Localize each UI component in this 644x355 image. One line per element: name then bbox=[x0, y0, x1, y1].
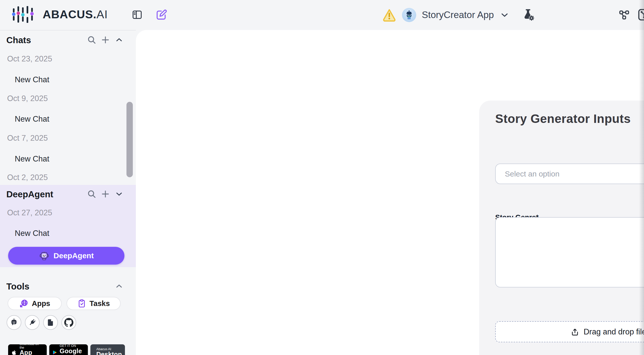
story-generator-card: Story Generator Inputs Story Genre* Sele… bbox=[479, 101, 644, 355]
chatbot-icon bbox=[10, 318, 18, 327]
right-panel-edge-shadow bbox=[639, 0, 644, 355]
flask-gear-icon[interactable] bbox=[521, 8, 536, 22]
sidebar-scrollbar-thumb[interactable] bbox=[126, 102, 133, 177]
github-tool-button[interactable] bbox=[61, 315, 76, 330]
chat-list-item[interactable]: New Chat bbox=[15, 229, 49, 238]
desktop-app-badge[interactable]: Abacus AI Desktop bbox=[90, 344, 125, 355]
chat-list-item[interactable]: New Chat bbox=[15, 75, 49, 84]
chat-list-item[interactable]: New Chat bbox=[15, 115, 49, 124]
chat-group-date: Oct 27, 2025 bbox=[7, 208, 52, 217]
sidebar-toggle-button[interactable] bbox=[130, 7, 145, 22]
deepagent-robot-icon bbox=[39, 250, 50, 261]
github-icon bbox=[64, 318, 73, 327]
file-dropzone[interactable]: Drag and drop files here bbox=[495, 321, 644, 342]
description-textarea[interactable] bbox=[495, 217, 644, 287]
chat-group-date: Oct 7, 2025 bbox=[7, 134, 48, 143]
sidebar: Chats Oct 23, 2025 New Chat Oct 9, 2025 … bbox=[0, 30, 136, 355]
badge-line2: Google Play bbox=[60, 348, 85, 355]
network-icon bbox=[618, 9, 630, 21]
tasks-button-label: Tasks bbox=[89, 299, 110, 308]
dropzone-label: Drag and drop files here bbox=[584, 327, 644, 336]
main-content-panel: Story Generator Inputs Story Genre* Sele… bbox=[136, 30, 644, 355]
compose-icon bbox=[156, 9, 167, 21]
sidebar-top-divider bbox=[0, 30, 136, 30]
search-icon bbox=[87, 189, 96, 199]
deepagent-section: DeepAgent Oct 27, 2025 New Chat bbox=[0, 185, 136, 267]
app-switcher-name[interactable]: StoryCreator App bbox=[422, 10, 494, 20]
google-play-icon bbox=[52, 349, 57, 355]
chat-group-date: Oct 9, 2025 bbox=[7, 94, 48, 103]
apps-button[interactable]: Apps bbox=[8, 297, 62, 310]
tools-collapse-button[interactable] bbox=[113, 280, 125, 292]
chatbot-tool-button[interactable] bbox=[7, 315, 21, 330]
store-badges-row: Download on the App Store GET IT ON Goog… bbox=[0, 344, 136, 355]
abacus-logo: ABACUS.AI bbox=[12, 6, 108, 23]
documents-tool-button[interactable] bbox=[43, 315, 58, 330]
panel-left-icon bbox=[132, 9, 143, 20]
apps-globe-icon bbox=[19, 299, 29, 308]
deepagent-button-label: DeepAgent bbox=[54, 251, 94, 260]
chevron-down-icon[interactable] bbox=[500, 10, 510, 20]
apple-icon bbox=[11, 349, 17, 355]
chats-search-button[interactable] bbox=[86, 34, 98, 46]
badge-line2: App Store bbox=[20, 349, 44, 355]
google-play-badge[interactable]: GET IT ON Google Play bbox=[49, 344, 88, 355]
deepagent-search-button[interactable] bbox=[86, 188, 98, 200]
plus-icon bbox=[101, 35, 110, 45]
warning-icon[interactable] bbox=[382, 8, 396, 22]
badge-line1: Abacus AI bbox=[96, 347, 122, 351]
genre-select-placeholder: Select an option bbox=[505, 170, 644, 178]
badge-line1: Download on the bbox=[20, 342, 44, 349]
tasks-clipboard-icon bbox=[77, 299, 86, 308]
deepagent-new-button[interactable] bbox=[100, 188, 111, 200]
upload-icon bbox=[570, 327, 579, 336]
chevron-up-icon bbox=[115, 282, 124, 291]
robot-avatar-icon bbox=[404, 10, 414, 20]
file-icon bbox=[46, 318, 55, 327]
abacus-logo-icon bbox=[12, 6, 38, 23]
plus-icon bbox=[101, 189, 110, 199]
chats-new-button[interactable] bbox=[100, 34, 111, 46]
chevron-down-icon bbox=[115, 189, 124, 199]
pipeline-nodes-button[interactable] bbox=[617, 7, 632, 22]
chat-group-date: Oct 23, 2025 bbox=[7, 54, 52, 63]
chevron-up-icon bbox=[115, 35, 124, 44]
chats-section-title: Chats bbox=[6, 35, 31, 45]
deepagent-collapse-button[interactable] bbox=[113, 188, 125, 200]
tasks-button[interactable]: Tasks bbox=[67, 297, 121, 310]
plug-icon bbox=[28, 318, 37, 327]
brand-text: ABACUS.AI bbox=[43, 8, 108, 21]
chats-collapse-button[interactable] bbox=[113, 34, 125, 46]
chat-group-date: Oct 2, 2025 bbox=[7, 173, 48, 182]
genre-select[interactable]: Select an option bbox=[495, 164, 644, 184]
new-chat-compose-button[interactable] bbox=[154, 7, 169, 22]
chat-list-item[interactable]: New Chat bbox=[15, 154, 49, 164]
desktop-icon bbox=[93, 348, 94, 355]
deepagent-section-title: DeepAgent bbox=[6, 189, 53, 199]
tools-section-title: Tools bbox=[6, 281, 29, 292]
deepagent-button[interactable]: DeepAgent bbox=[8, 247, 124, 265]
app-robot-avatar[interactable] bbox=[402, 8, 416, 22]
apps-button-label: Apps bbox=[32, 299, 50, 308]
badge-line1: GET IT ON bbox=[60, 344, 85, 348]
app-store-badge[interactable]: Download on the App Store bbox=[8, 344, 47, 355]
connectors-tool-button[interactable] bbox=[25, 315, 40, 330]
top-header: ABACUS.AI bbox=[0, 0, 644, 30]
badge-line2: Desktop bbox=[96, 351, 122, 355]
search-icon bbox=[87, 35, 96, 45]
form-title: Story Generator Inputs bbox=[495, 112, 631, 126]
